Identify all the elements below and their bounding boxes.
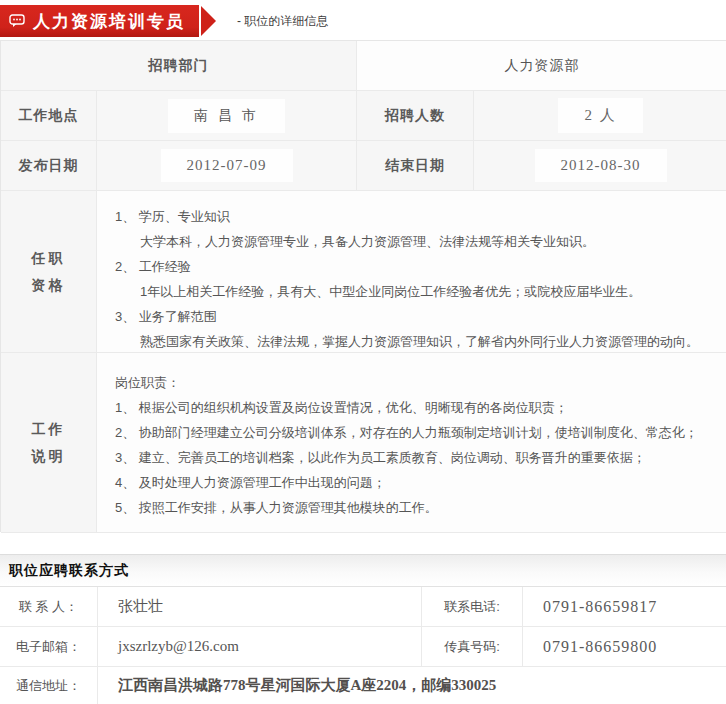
email-value: jxszrlzyb@126.com: [98, 627, 422, 667]
contact-section-header: 职位应聘联系方式: [0, 554, 726, 587]
fax-label: 传真号码:: [422, 627, 523, 667]
address-value: 江西南昌洪城路778号星河国际大厦A座2204，邮编330025: [98, 667, 726, 704]
qualification-item: 2、 工作经验 1年以上相关工作经验，具有大、中型企业同岗位工作经验者优先；或院…: [115, 254, 713, 304]
publish-date-label: 发布日期: [1, 141, 97, 191]
job-duty-item: 1、 根据公司的组织机构设置及岗位设置情况，优化、明晰现有的各岗位职责；: [115, 395, 713, 420]
email-label: 电子邮箱：: [0, 627, 98, 667]
section-divider-gap: [0, 532, 726, 554]
job-duty-item: 4、 及时处理人力资源管理工作中出现的问题；: [115, 470, 713, 495]
headcount-cell: 2 人: [474, 91, 726, 141]
job-duty-list: 1、 根据公司的组织机构设置及岗位设置情况，优化、明晰现有的各岗位职责；2、 协…: [115, 395, 713, 520]
job-duty-item: 3、 建立、完善员工的培训档案，以此作为员工素质教育、岗位调动、职务晋升的重要依…: [115, 445, 713, 470]
contact-person-label: 联 系 人：: [0, 587, 98, 627]
location-cell: 南 昌 市: [97, 91, 357, 141]
end-date-value: 2012-08-30: [535, 149, 667, 182]
end-date-cell: 2012-08-30: [474, 141, 726, 191]
contact-person-value: 张壮壮: [98, 587, 422, 627]
department-label: 招聘部门: [1, 41, 357, 91]
qualifications-content: 1、 学历、专业知识 大学本科，人力资源管理专业，具备人力资源管理、法律法规等相…: [97, 191, 726, 353]
qualifications-label: 任职 资格: [1, 191, 97, 353]
headcount-label: 招聘人数: [357, 91, 474, 141]
location-label: 工作地点: [1, 91, 97, 141]
phone-value: 0791-86659817: [523, 587, 726, 627]
job-title-ribbon: 人力资源培训专员: [0, 5, 199, 37]
job-description-content: 岗位职责： 1、 根据公司的组织机构设置及岗位设置情况，优化、明晰现有的各岗位职…: [97, 353, 726, 533]
address-label: 通信地址：: [0, 667, 98, 704]
speech-bubble-icon: [9, 14, 25, 28]
job-title: 人力资源培训专员: [33, 10, 185, 33]
job-description-label: 工作 说明: [1, 353, 97, 533]
headcount-value: 2 人: [558, 98, 642, 133]
job-duty-item: 5、 按照工作安排，从事人力资源管理其他模块的工作。: [115, 495, 713, 520]
publish-date-cell: 2012-07-09: [97, 141, 357, 191]
fax-value: 0791-86659800: [523, 627, 726, 667]
qualification-item: 1、 学历、专业知识 大学本科，人力资源管理专业，具备人力资源管理、法律法规等相…: [115, 204, 713, 254]
contact-table: 联 系 人： 张壮壮 联系电话: 0791-86659817 电子邮箱： jxs…: [0, 587, 726, 704]
page-subtitle: - 职位的详细信息: [237, 11, 328, 30]
job-detail-page: 人力资源培训专员 - 职位的详细信息 招聘部门 人力资源部 工作地点 南 昌 市…: [0, 0, 726, 704]
contact-section-title: 职位应聘联系方式: [9, 562, 129, 580]
job-info-table: 招聘部门 人力资源部 工作地点 南 昌 市 招聘人数 2 人 发布日期 2012…: [0, 40, 726, 532]
phone-label: 联系电话:: [422, 587, 523, 627]
publish-date-value: 2012-07-09: [161, 149, 293, 182]
job-duty-item: 2、 协助部门经理建立公司分级培训体系，对存在的人力瓶颈制定培训计划，使培训制度…: [115, 420, 713, 445]
job-duties-intro: 岗位职责：: [115, 370, 713, 395]
end-date-label: 结束日期: [357, 141, 474, 191]
qualification-item: 3、 业务了解范围 熟悉国家有关政策、法律法规，掌握人力资源管理知识，了解省内外…: [115, 304, 713, 354]
page-header: 人力资源培训专员 - 职位的详细信息: [0, 0, 726, 40]
location-value: 南 昌 市: [168, 99, 285, 133]
department-value: 人力资源部: [357, 41, 726, 91]
